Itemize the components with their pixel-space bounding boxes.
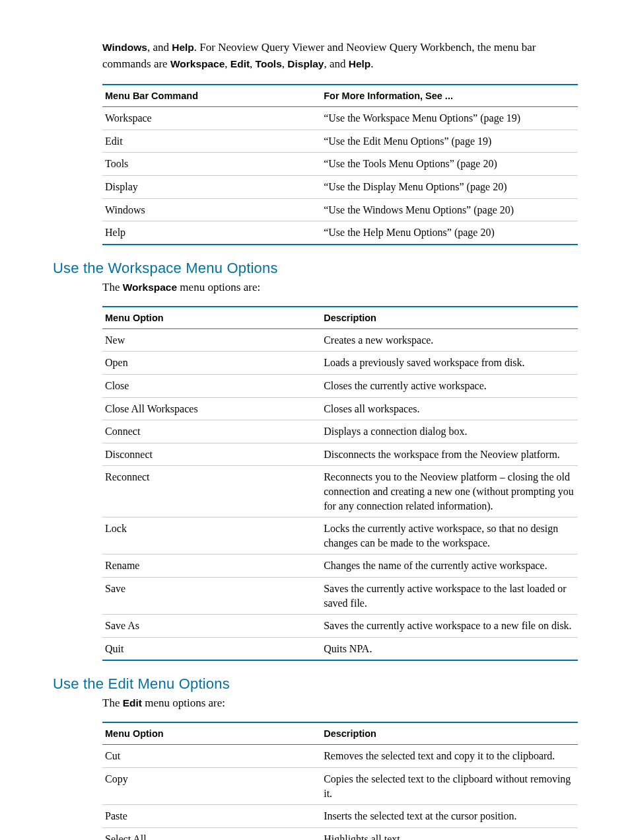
table-header-row: Menu Bar Command For More Information, S… bbox=[102, 85, 578, 107]
table-row: Help“Use the Help Menu Options” (page 20… bbox=[102, 221, 578, 245]
cell: “Use the Windows Menu Options” (page 20) bbox=[321, 198, 578, 221]
cell: Highlights all text. bbox=[321, 827, 578, 840]
cell: Lock bbox=[102, 517, 321, 554]
cell: Creates a new workspace. bbox=[321, 328, 578, 352]
cell: Save bbox=[102, 577, 321, 614]
table-row: DisconnectDisconnects the workspace from… bbox=[102, 443, 578, 466]
cell: “Use the Help Menu Options” (page 20) bbox=[321, 221, 578, 245]
cell: Cut bbox=[102, 745, 321, 768]
table-row: Windows“Use the Windows Menu Options” (p… bbox=[102, 198, 578, 221]
section-heading-workspace: Use the Workspace Menu Options bbox=[53, 260, 577, 277]
table-row: Tools“Use the Tools Menu Options” (page … bbox=[102, 153, 578, 176]
cell: Open bbox=[102, 352, 321, 375]
table-body: Workspace“Use the Workspace Menu Options… bbox=[102, 107, 578, 245]
cell: Connect bbox=[102, 420, 321, 443]
cell: Changes the name of the currently active… bbox=[321, 554, 578, 578]
cell: Reconnects you to the Neoview platform –… bbox=[321, 466, 578, 517]
table-row: RenameChanges the name of the currently … bbox=[102, 554, 578, 578]
continuation-paragraph: Windows, and Help. For Neoview Query Vie… bbox=[102, 40, 577, 72]
cell: Closes the currently active workspace. bbox=[321, 375, 578, 398]
col-header: Menu Option bbox=[102, 307, 321, 329]
cell: “Use the Tools Menu Options” (page 20) bbox=[321, 153, 578, 176]
table-header-row: Menu Option Description bbox=[102, 307, 578, 329]
menu-bar-commands-table: Menu Bar Command For More Information, S… bbox=[102, 84, 578, 245]
table-row: Workspace“Use the Workspace Menu Options… bbox=[102, 107, 578, 130]
bold-edit-intro: Edit bbox=[123, 697, 142, 708]
table-row: ConnectDisplays a connection dialog box. bbox=[102, 420, 578, 443]
cell: Displays a connection dialog box. bbox=[321, 420, 578, 443]
text-seg: , and bbox=[324, 57, 348, 70]
cell: Edit bbox=[102, 130, 321, 153]
text-seg: , bbox=[250, 57, 256, 70]
cell: New bbox=[102, 328, 321, 352]
cell: Help bbox=[102, 221, 321, 245]
table-body: NewCreates a new workspace.OpenLoads a p… bbox=[102, 328, 578, 660]
table-row: ReconnectReconnects you to the Neoview p… bbox=[102, 466, 578, 517]
workspace-intro: The Workspace menu options are: bbox=[102, 281, 577, 294]
edit-intro: The Edit menu options are: bbox=[102, 697, 577, 710]
bold-windows: Windows bbox=[102, 42, 147, 53]
cell: Saves the currently active workspace to … bbox=[321, 577, 578, 614]
cell: Rename bbox=[102, 554, 321, 578]
table-row: Save AsSaves the currently active worksp… bbox=[102, 615, 578, 638]
table-row: OpenLoads a previously saved workspace f… bbox=[102, 352, 578, 375]
cell: Saves the currently active workspace to … bbox=[321, 615, 578, 638]
table-row: CopyCopies the selected text to the clip… bbox=[102, 767, 578, 804]
edit-menu-table: Menu Option Description CutRemoves the s… bbox=[102, 722, 578, 840]
table-row: Select AllHighlights all text. bbox=[102, 827, 578, 840]
table-row: LockLocks the currently active workspace… bbox=[102, 517, 578, 554]
table-row: NewCreates a new workspace. bbox=[102, 328, 578, 352]
bold-display: Display bbox=[287, 58, 324, 69]
cell: Quit bbox=[102, 637, 321, 660]
table-row: QuitQuits NPA. bbox=[102, 637, 578, 660]
cell: Copy bbox=[102, 767, 321, 804]
bold-tools: Tools bbox=[256, 58, 282, 69]
workspace-menu-table: Menu Option Description NewCreates a new… bbox=[102, 306, 578, 662]
cell: Reconnect bbox=[102, 466, 321, 517]
text-seg: The bbox=[102, 281, 123, 293]
col-header: For More Information, See ... bbox=[321, 85, 578, 107]
col-header: Description bbox=[321, 307, 578, 329]
cell: Save As bbox=[102, 615, 321, 638]
text-seg: , bbox=[225, 57, 230, 70]
table-row: Edit“Use the Edit Menu Options” (page 19… bbox=[102, 130, 578, 153]
cell: Disconnect bbox=[102, 443, 321, 466]
cell: Workspace bbox=[102, 107, 321, 130]
bold-edit: Edit bbox=[230, 58, 250, 69]
cell: Windows bbox=[102, 198, 321, 221]
table-row: Display“Use the Display Menu Options” (p… bbox=[102, 176, 578, 199]
cell: Quits NPA. bbox=[321, 637, 578, 660]
col-header: Menu Bar Command bbox=[102, 85, 321, 107]
cell: “Use the Edit Menu Options” (page 19) bbox=[321, 130, 578, 153]
cell: Disconnects the workspace from the Neovi… bbox=[321, 443, 578, 466]
bold-workspace-intro: Workspace bbox=[123, 282, 177, 293]
cell: Removes the selected text and copy it to… bbox=[321, 745, 578, 768]
cell: “Use the Workspace Menu Options” (page 1… bbox=[321, 107, 578, 130]
table-row: Close All WorkspacesCloses all workspace… bbox=[102, 397, 578, 420]
text-seg: menu options are: bbox=[142, 697, 225, 709]
section-heading-edit: Use the Edit Menu Options bbox=[53, 675, 577, 693]
cell: Close bbox=[102, 375, 321, 398]
document-page: Windows, and Help. For Neoview Query Vie… bbox=[0, 0, 630, 840]
bold-help: Help bbox=[172, 42, 194, 53]
cell: Copies the selected text to the clipboar… bbox=[321, 767, 578, 804]
table-header-row: Menu Option Description bbox=[102, 722, 578, 745]
text-seg: The bbox=[102, 697, 123, 709]
text-seg: . bbox=[370, 57, 373, 70]
col-header: Description bbox=[321, 722, 578, 745]
text-seg: , and bbox=[147, 41, 172, 54]
cell: Tools bbox=[102, 153, 321, 176]
cell: Locks the currently active workspace, so… bbox=[321, 517, 578, 554]
cell: Loads a previously saved workspace from … bbox=[321, 352, 578, 375]
cell: Inserts the selected text at the cursor … bbox=[321, 805, 578, 828]
col-header: Menu Option bbox=[102, 722, 321, 745]
table-row: CloseCloses the currently active workspa… bbox=[102, 375, 578, 398]
cell: Display bbox=[102, 176, 321, 199]
bold-workspace: Workspace bbox=[170, 58, 225, 69]
table-row: CutRemoves the selected text and copy it… bbox=[102, 745, 578, 768]
cell: Select All bbox=[102, 827, 321, 840]
cell: Paste bbox=[102, 805, 321, 828]
cell: “Use the Display Menu Options” (page 20) bbox=[321, 176, 578, 199]
bold-help2: Help bbox=[349, 58, 371, 69]
cell: Closes all workspaces. bbox=[321, 397, 578, 420]
